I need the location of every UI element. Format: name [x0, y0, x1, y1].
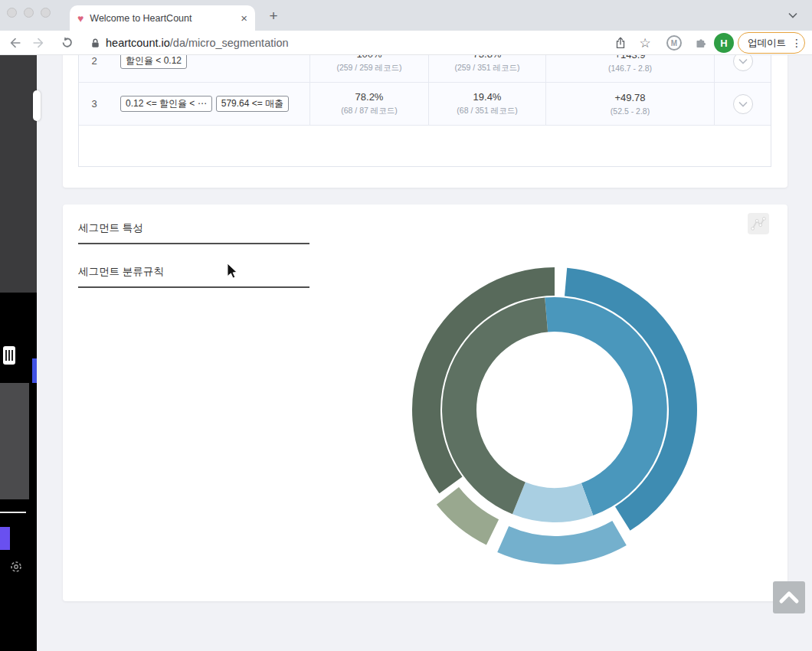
- expand-cell: [714, 83, 771, 125]
- sunburst-chart[interactable]: [378, 226, 731, 594]
- page-content: 2 할인율 < 0.12 100% (259 / 259 레코드) 73.8% …: [37, 55, 812, 651]
- table-row: 2 할인율 < 0.12 100% (259 / 259 레코드) 73.8% …: [79, 55, 771, 83]
- segment-characteristics-heading: 세그먼트 특성: [78, 221, 309, 244]
- stat-value: +143.9: [614, 55, 645, 61]
- kebab-menu-icon[interactable]: ⋮: [791, 37, 802, 49]
- macos-window-controls: [7, 8, 51, 18]
- columns-icon[interactable]: [3, 346, 15, 365]
- expand-row-button[interactable]: [733, 55, 753, 71]
- segment-detail-card: 세그먼트 특성 세그먼트 분류규칙: [63, 204, 787, 601]
- heartcount-favicon-icon: ♥: [77, 12, 83, 25]
- stat-cell: +49.78 (52.5 - 2.8): [545, 83, 714, 125]
- panel-drag-handle[interactable]: [33, 90, 41, 121]
- extensions-puzzle-icon[interactable]: [691, 34, 709, 52]
- left-dark-sidebar: [0, 55, 37, 651]
- gear-icon[interactable]: [8, 559, 24, 574]
- table-row: 3 0.12 <= 할인율 < ⋯ 579.64 <= 매출 78.2% (68…: [79, 83, 771, 126]
- expand-row-button[interactable]: [733, 94, 753, 114]
- stat-sub: (52.5 - 2.8): [611, 106, 650, 116]
- mouse-cursor: [227, 263, 239, 283]
- stat-sub: (68 / 87 레코드): [341, 106, 398, 116]
- share-icon[interactable]: [611, 34, 630, 52]
- stat-cell: 19.4% (68 / 351 레코드): [428, 83, 545, 125]
- tab-close-icon[interactable]: ×: [241, 11, 247, 25]
- sidebar-preview-block: [0, 383, 29, 499]
- chart-options-button[interactable]: [748, 213, 769, 234]
- rule-chip: 할인율 < 0.12: [120, 55, 187, 69]
- sunburst-segment-outer-sub-bottom-blue[interactable]: [497, 521, 627, 564]
- minimize-window-button[interactable]: [24, 8, 34, 18]
- stat-value: 19.4%: [473, 91, 502, 103]
- browser-toolbar: heartcount.io/da/micro_segmentation ☆ M …: [0, 31, 812, 55]
- stat-sub: (146.7 - 2.8): [608, 64, 652, 73]
- zoom-window-button[interactable]: [41, 8, 51, 18]
- scroll-to-top-button[interactable]: [773, 581, 805, 613]
- row-index: 3: [79, 83, 110, 125]
- stat-value: 100%: [356, 55, 381, 60]
- tab-title: Welcome to HeartCount: [90, 13, 236, 24]
- expand-cell: [714, 55, 771, 82]
- rule-chip: 0.12 <= 할인율 < ⋯: [120, 96, 212, 112]
- screen: ♥ Welcome to HeartCount × + heartcount.i…: [0, 0, 812, 651]
- stat-cell: 100% (259 / 259 레코드): [309, 55, 428, 82]
- rule-chips: 0.12 <= 할인율 < ⋯ 579.64 <= 매출: [110, 83, 309, 125]
- browser-tab-strip: ♥ Welcome to HeartCount × +: [0, 0, 812, 31]
- segment-rules-heading: 세그먼트 분류규칙: [78, 265, 309, 288]
- browser-tab[interactable]: ♥ Welcome to HeartCount ×: [70, 5, 255, 31]
- stat-sub: (259 / 259 레코드): [336, 63, 401, 74]
- sidebar-purple-accent: [0, 527, 10, 550]
- stat-value: +49.78: [614, 92, 645, 103]
- update-label: 업데이트: [748, 37, 786, 50]
- lock-icon[interactable]: [86, 34, 104, 52]
- close-window-button[interactable]: [7, 8, 17, 18]
- new-tab-button[interactable]: +: [264, 6, 283, 26]
- stat-value: 73.8%: [473, 55, 502, 60]
- forward-button[interactable]: [29, 34, 47, 52]
- rule-chips: 할인율 < 0.12: [110, 55, 309, 82]
- extension-m-icon[interactable]: M: [666, 35, 682, 51]
- url-domain: heartcount.io: [106, 37, 170, 49]
- chrome-update-button[interactable]: 업데이트 ⋮: [738, 32, 805, 54]
- stat-cell: 73.8% (259 / 351 레코드): [428, 55, 545, 82]
- row-index: 2: [79, 55, 110, 82]
- rule-chip: 579.64 <= 매출: [216, 96, 289, 112]
- stat-cell: +143.9 (146.7 - 2.8): [545, 55, 714, 82]
- stat-value: 78.2%: [355, 91, 384, 103]
- stat-sub: (68 / 351 레코드): [457, 106, 517, 116]
- back-button[interactable]: [6, 34, 25, 52]
- url-path: /da/micro_segmentation: [170, 37, 289, 49]
- stat-sub: (259 / 351 레코드): [454, 63, 519, 74]
- address-bar[interactable]: heartcount.io/da/micro_segmentation: [106, 31, 289, 55]
- bookmark-star-icon[interactable]: ☆: [636, 34, 654, 52]
- sunburst-segment-inner-light-blue[interactable]: [512, 483, 593, 522]
- profile-avatar[interactable]: H: [714, 33, 734, 53]
- segment-table: 2 할인율 < 0.12 100% (259 / 259 레코드) 73.8% …: [78, 55, 771, 167]
- sidebar-divider: [0, 512, 26, 513]
- tab-overflow-chevron-icon[interactable]: [784, 7, 801, 24]
- stat-cell: 78.2% (68 / 87 레코드): [309, 83, 428, 125]
- reload-button[interactable]: [57, 34, 75, 52]
